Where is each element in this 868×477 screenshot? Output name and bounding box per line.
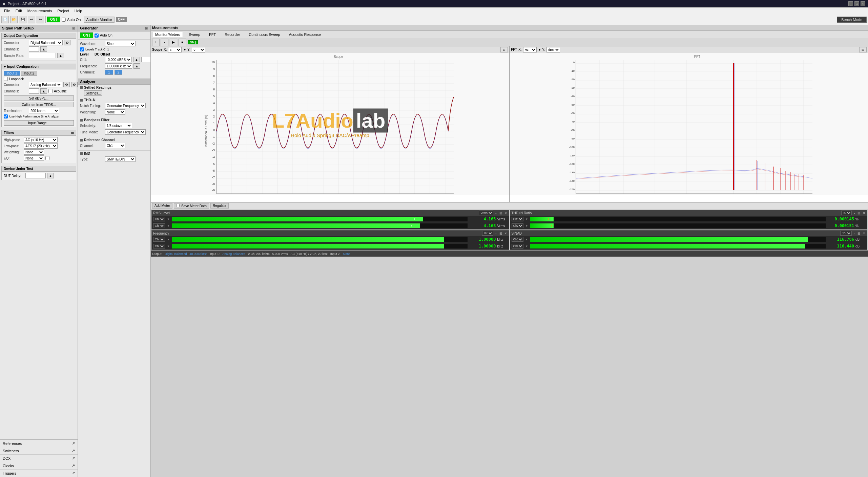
scope-x-select[interactable]: s [168, 47, 182, 52]
channels-up[interactable]: ▲ [40, 46, 47, 52]
fft-expand-btn[interactable]: ⊞ [859, 47, 867, 52]
signal-path-expand[interactable]: ⊞ [71, 26, 76, 30]
sinad-expand-btn[interactable]: ⊞ [857, 232, 861, 235]
eq-checkbox[interactable] [45, 156, 49, 160]
acoustic-checkbox[interactable] [48, 89, 53, 93]
freq-expand-btn[interactable]: ⊞ [499, 232, 503, 235]
connector-select[interactable]: Digital Balanced [29, 40, 63, 45]
on-button[interactable]: ON [ [47, 17, 60, 22]
freq-close-btn[interactable]: × [504, 232, 508, 235]
channels-input[interactable]: 2 [29, 46, 39, 52]
thd-expand-btn[interactable]: ⊞ [857, 211, 861, 215]
selectivity-select[interactable]: 1/3 octave [105, 123, 132, 128]
ref-channel-select[interactable]: Ch1 [105, 143, 125, 148]
scope-y-select[interactable]: V [192, 47, 205, 52]
save-meter-btn[interactable]: Save Meter Data [174, 203, 209, 209]
thd-weighting-select[interactable]: None [105, 109, 125, 115]
nav-triggers[interactable]: Triggers ↗ [0, 470, 78, 477]
scope-add-btn[interactable]: + [152, 39, 160, 46]
tab-recorder[interactable]: Recorder [222, 32, 243, 37]
freq-select[interactable]: 1.00000 kHz [105, 63, 132, 69]
low-pass-select[interactable]: AES17 (20 kHz) [24, 143, 58, 149]
input-connector-btn2[interactable]: ⚙ [71, 82, 78, 87]
waveform-select[interactable]: Sine [105, 41, 136, 46]
sinad-ch1-select[interactable]: Ch1 [512, 237, 523, 242]
rms-ch1-select[interactable]: Ch1 [153, 217, 165, 221]
input-channels-input[interactable]: 2 [29, 88, 39, 94]
nav-references[interactable]: References ↗ [0, 440, 78, 447]
loopback-checkbox[interactable] [4, 77, 8, 81]
freq-ch1-select[interactable]: Ch1 [153, 237, 165, 242]
input-connector-btn1[interactable]: ⚙ [63, 82, 70, 87]
rms-menu-btn[interactable]: - [495, 211, 497, 215]
rms-expand-btn[interactable]: ⊞ [499, 211, 503, 215]
thd-close-btn[interactable]: × [862, 211, 866, 215]
rms-unit-select[interactable]: Vrms [479, 211, 493, 215]
gen-ch2-btn[interactable]: 2 [115, 70, 123, 75]
tab-continuous-sweep[interactable]: Continuous Sweep [246, 32, 283, 37]
gen-auto-on-checkbox[interactable] [95, 34, 99, 38]
sinad-ch2-select[interactable]: Ch2 [512, 244, 523, 248]
menu-file[interactable]: File [1, 8, 13, 14]
generator-expand[interactable]: ⊞ [144, 26, 148, 30]
termination-select[interactable]: 200 kohm [29, 108, 59, 113]
sample-rate-up[interactable]: ▲ [57, 53, 64, 58]
ch1-level-up[interactable]: ▲ [133, 57, 140, 62]
tune-mode-select[interactable]: Generator Frequency [105, 129, 146, 135]
menu-help[interactable]: Help [72, 8, 85, 14]
menu-edit[interactable]: Edit [13, 8, 25, 14]
thd-menu-btn[interactable]: - [853, 211, 855, 215]
connector-config-btn[interactable]: ⚙ [64, 40, 70, 45]
sinad-close-btn[interactable]: × [862, 232, 866, 235]
menu-measurements[interactable]: Measurements [25, 8, 55, 14]
thd-ch1-select[interactable]: Ch1 [512, 217, 523, 221]
fft-x-select[interactable]: Hz [523, 47, 537, 52]
dut-delay-input[interactable]: 0.000 s [25, 173, 46, 178]
gen-on-button[interactable]: ON [ [80, 32, 93, 38]
menu-project[interactable]: Project [55, 8, 71, 14]
add-meter-btn[interactable]: Add Meter [152, 203, 172, 209]
maximize-button[interactable]: □ [854, 1, 859, 6]
scope-play-btn[interactable]: ▶ [170, 39, 177, 46]
thd-ch2-select[interactable]: Ch2 [512, 223, 523, 228]
auto-on-checkbox[interactable] [62, 18, 66, 22]
scope-remove-btn[interactable]: - [161, 39, 168, 46]
freq-ch2-select[interactable]: Ch2 [153, 244, 165, 248]
nav-dcx[interactable]: DCX ↗ [0, 455, 78, 462]
tab-acoustic-response[interactable]: Acoustic Response [286, 32, 324, 37]
nav-switchers[interactable]: Switchers ↗ [0, 447, 78, 455]
freq-meter-unit-select[interactable]: Hz [482, 231, 493, 236]
sinad-menu-btn[interactable]: - [853, 232, 855, 235]
levels-track-checkbox[interactable] [80, 47, 84, 51]
tab-fft[interactable]: FFT [206, 32, 219, 37]
thd-unit-select[interactable]: % [841, 211, 852, 215]
rms-close-btn[interactable]: × [504, 211, 508, 215]
sinad-unit-select[interactable]: dB [840, 231, 852, 236]
ch1-level-select[interactable]: -0.000 dBFS [105, 57, 132, 62]
set-dbspl-btn[interactable]: Set dBSPL... [4, 95, 74, 101]
input-ch-spin[interactable]: ▲ [40, 88, 47, 94]
weighting-select[interactable]: None [24, 149, 44, 155]
tab-monitor-meters[interactable]: Monitor/Meters [152, 32, 183, 37]
freq-menu-btn[interactable]: - [495, 232, 497, 235]
undo-button[interactable]: ↩ [28, 16, 35, 23]
scope-stop-btn[interactable]: ■ [179, 39, 186, 46]
regulate-btn[interactable]: Regulate [210, 203, 229, 209]
dut-delay-spin[interactable]: ▲ [47, 173, 54, 178]
sample-rate-input[interactable]: 48.0000 kHz [29, 53, 56, 58]
fft-y-select[interactable]: dBrA [546, 47, 560, 52]
input1-tab[interactable]: Input 1 [4, 71, 20, 76]
save-button[interactable]: 💾 [19, 16, 26, 23]
settings-btn[interactable]: Settings... [84, 90, 102, 96]
save-meter-checkbox[interactable] [176, 204, 180, 207]
new-button[interactable]: 📄 [1, 16, 9, 23]
nav-clocks[interactable]: Clocks ↗ [0, 462, 78, 470]
high-pass-select[interactable]: AC (<10 Hz) [24, 137, 58, 143]
scope-expand-btn[interactable]: ⊞ [500, 47, 508, 52]
input-range-btn[interactable]: Input Range... [4, 120, 74, 126]
gen-ch1-btn[interactable]: 1 [105, 70, 113, 75]
tab-sweep[interactable]: Sweep [186, 32, 203, 37]
imd-type-select[interactable]: SMPTE/DIN [105, 156, 136, 162]
high-perf-checkbox[interactable] [4, 114, 8, 118]
rms-ch2-select[interactable]: Ch2 [153, 223, 165, 228]
